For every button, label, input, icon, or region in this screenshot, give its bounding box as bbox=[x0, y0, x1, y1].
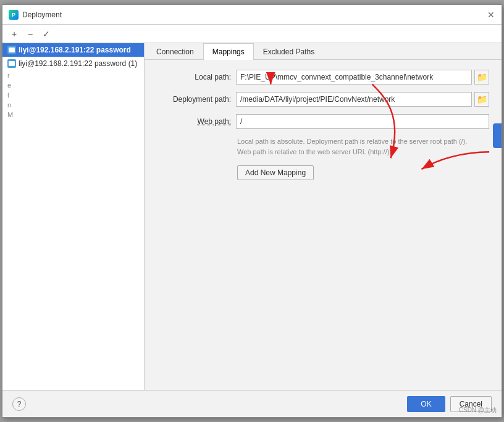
check-button[interactable]: ✓ bbox=[40, 27, 53, 41]
side-panel-toggle[interactable] bbox=[493, 123, 502, 148]
cancel-button[interactable]: Cancel bbox=[450, 396, 492, 412]
web-path-input-wrap bbox=[236, 114, 489, 129]
local-path-input-wrap: 📁 bbox=[236, 70, 489, 85]
title-bar: P Deployment ✕ bbox=[2, 5, 502, 25]
deployment-path-browse-button[interactable]: 📁 bbox=[474, 92, 489, 107]
server-icon-1 bbox=[7, 46, 16, 54]
local-path-label: Local path: bbox=[157, 73, 231, 81]
add-button[interactable]: + bbox=[7, 27, 21, 41]
title-controls: ✕ bbox=[487, 10, 495, 19]
sidebar-label-2: liyi@192.168.2.191:22 password (1) bbox=[19, 59, 137, 68]
footer-right: OK Cancel bbox=[407, 396, 492, 412]
add-new-mapping-button[interactable]: Add New Mapping bbox=[237, 165, 314, 180]
web-path-label: Web path: bbox=[157, 117, 231, 126]
footer: ? OK Cancel bbox=[2, 390, 502, 417]
toolbar: + − ✓ bbox=[2, 25, 502, 43]
local-path-row: Local path: 📁 bbox=[157, 70, 489, 85]
right-panel: Connection Mappings Excluded Paths Local… bbox=[145, 43, 502, 390]
deployment-path-input[interactable] bbox=[236, 92, 472, 107]
tab-connection[interactable]: Connection bbox=[147, 43, 203, 60]
sidebar-item-server1[interactable]: liyi@192.168.2.191:22 password bbox=[2, 43, 144, 57]
tab-excluded-paths[interactable]: Excluded Paths bbox=[254, 43, 324, 60]
hint-text: Local path is absolute. Deployment path … bbox=[237, 136, 489, 157]
deployment-path-row: Deployment path: 📁 bbox=[157, 92, 489, 107]
title-left: P Deployment bbox=[9, 10, 62, 20]
sidebar-letter-t: t bbox=[2, 90, 144, 100]
ok-button[interactable]: OK bbox=[407, 396, 445, 412]
help-button[interactable]: ? bbox=[12, 397, 26, 411]
footer-left: ? bbox=[12, 397, 26, 411]
local-path-input[interactable] bbox=[236, 70, 472, 85]
sidebar-letter-m: M bbox=[2, 110, 144, 120]
tabs: Connection Mappings Excluded Paths bbox=[145, 43, 502, 60]
pycharm-icon: P bbox=[9, 10, 19, 20]
web-path-row: Web path: bbox=[157, 114, 489, 129]
web-path-input[interactable] bbox=[236, 114, 489, 129]
sidebar-item-server2[interactable]: liyi@192.168.2.191:22 password (1) bbox=[2, 57, 144, 70]
deployment-dialog: P Deployment ✕ + − ✓ liyi@192.168.2.191:… bbox=[2, 4, 502, 418]
main-content: liyi@192.168.2.191:22 password liyi@192.… bbox=[2, 43, 502, 390]
tab-content-mappings: Local path: 📁 Deployment path: 📁 bbox=[145, 60, 502, 390]
sidebar-letter-e: e bbox=[2, 80, 144, 90]
deployment-path-input-wrap: 📁 bbox=[236, 92, 489, 107]
local-path-browse-button[interactable]: 📁 bbox=[474, 70, 489, 85]
server-icon-2 bbox=[7, 59, 16, 68]
sidebar: liyi@192.168.2.191:22 password liyi@192.… bbox=[2, 43, 145, 390]
remove-button[interactable]: − bbox=[23, 27, 37, 41]
sidebar-letter-r: r bbox=[2, 70, 144, 80]
sidebar-label-1: liyi@192.168.2.191:22 password bbox=[19, 46, 131, 54]
sidebar-empty: r e t n M bbox=[2, 70, 144, 390]
tab-mappings[interactable]: Mappings bbox=[203, 43, 254, 60]
dialog-title: Deployment bbox=[22, 10, 62, 19]
deployment-path-label: Deployment path: bbox=[157, 95, 231, 104]
close-button[interactable]: ✕ bbox=[487, 10, 495, 19]
sidebar-letter-n: n bbox=[2, 100, 144, 110]
